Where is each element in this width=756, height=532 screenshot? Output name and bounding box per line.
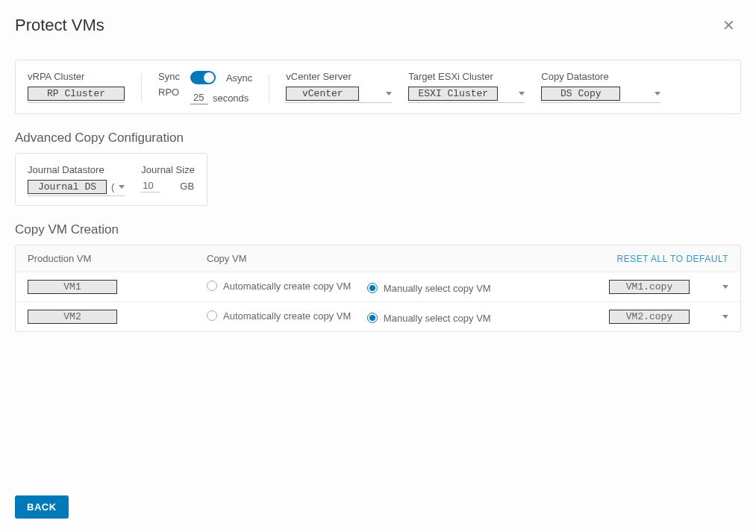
vcenter-value: vCenter: [286, 87, 359, 101]
target-cluster-select[interactable]: ESXI Cluster: [408, 87, 525, 103]
table-header: Production VM Copy VM RESET ALL TO DEFAU…: [16, 245, 740, 272]
target-cluster-label: Target ESXi Cluster: [408, 71, 525, 82]
production-vm-value: VM2: [28, 310, 117, 324]
journal-datastore-field: Journal Datastore Journal DS (: [28, 164, 125, 196]
journal-size-input[interactable]: 10: [141, 180, 160, 193]
rpo-unit: seconds: [213, 93, 249, 104]
advanced-panel: Journal Datastore Journal DS ( Journal S…: [15, 153, 207, 206]
copy-vm-select[interactable]: VM2.copy: [609, 310, 728, 324]
copy-datastore-label: Copy Datastore: [541, 71, 660, 82]
vcenter-select[interactable]: vCenter: [286, 87, 392, 103]
vrpa-cluster-value: RP Cluster: [28, 87, 125, 101]
radio-icon: [207, 310, 217, 321]
journal-size-field: Journal Size 10 GB: [141, 164, 195, 193]
copy-creation-title: Copy VM Creation: [15, 222, 741, 237]
chevron-down-icon: [722, 315, 728, 319]
journal-datastore-prefix: (: [111, 181, 114, 193]
journal-datastore-select[interactable]: Journal DS (: [28, 180, 125, 196]
journal-size-unit: GB: [180, 181, 194, 192]
header-copy-vm: Copy VM: [207, 253, 564, 264]
vcenter-field: vCenter Server vCenter: [286, 71, 392, 103]
sync-label: Sync: [158, 71, 180, 82]
divider: [141, 74, 142, 102]
journal-datastore-value: Journal DS: [28, 180, 107, 194]
rpo-group: Sync RPO Async 25 seconds: [158, 71, 252, 104]
copy-vm-value: VM1.copy: [609, 280, 690, 294]
target-cluster-field: Target ESXi Cluster ESXI Cluster: [408, 71, 525, 103]
radio-icon: [207, 281, 217, 291]
target-cluster-value: ESXI Cluster: [408, 87, 498, 101]
journal-size-label: Journal Size: [141, 164, 195, 175]
chevron-down-icon: [655, 92, 660, 96]
radio-icon: [367, 283, 378, 293]
table-row: VM2 Automatically create copy VM Manuall…: [16, 302, 740, 331]
vcenter-label: vCenter Server: [286, 71, 392, 82]
copy-vm-select[interactable]: VM1.copy: [609, 280, 728, 294]
copy-vm-value: VM2.copy: [609, 310, 690, 324]
chevron-down-icon: [119, 185, 125, 189]
divider: [269, 74, 269, 102]
rpo-value-input[interactable]: 25: [190, 92, 208, 104]
async-label: Async: [226, 72, 252, 84]
advanced-section-title: Advanced Copy Configuration: [15, 131, 741, 145]
vrpa-cluster-label: vRPA Cluster: [28, 71, 125, 82]
page-title: Protect VMs: [15, 16, 104, 35]
radio-auto-create[interactable]: Automatically create copy VM: [207, 310, 351, 322]
radio-manual-select[interactable]: Manually select copy VM: [367, 283, 491, 294]
rpo-mode-toggle[interactable]: [190, 71, 216, 84]
chevron-down-icon: [386, 92, 392, 96]
close-icon[interactable]: ✕: [716, 13, 741, 37]
back-button[interactable]: BACK: [15, 495, 69, 519]
radio-label-manual: Manually select copy VM: [384, 313, 491, 324]
vrpa-cluster-field: vRPA Cluster RP Cluster: [28, 71, 125, 103]
copy-datastore-value: DS Copy: [541, 87, 620, 101]
footer: BACK: [15, 495, 69, 519]
radio-label-auto: Automatically create copy VM: [223, 281, 351, 292]
reset-all-link[interactable]: RESET ALL TO DEFAULT: [617, 254, 728, 264]
radio-auto-create[interactable]: Automatically create copy VM: [207, 281, 351, 292]
production-vm-value: VM1: [28, 280, 117, 294]
copy-datastore-select[interactable]: DS Copy: [541, 87, 660, 103]
header-production-vm: Production VM: [28, 253, 207, 264]
table-row: VM1 Automatically create copy VM Manuall…: [16, 272, 740, 302]
copy-datastore-field: Copy Datastore DS Copy: [541, 71, 660, 103]
chevron-down-icon: [519, 92, 525, 96]
radio-label-auto: Automatically create copy VM: [223, 310, 351, 322]
vrpa-cluster-select[interactable]: RP Cluster: [28, 87, 125, 103]
radio-icon: [367, 313, 378, 323]
chevron-down-icon: [722, 285, 728, 289]
radio-label-manual: Manually select copy VM: [384, 283, 491, 294]
radio-manual-select[interactable]: Manually select copy VM: [367, 313, 491, 324]
journal-datastore-label: Journal Datastore: [28, 164, 125, 175]
copy-vm-table: Production VM Copy VM RESET ALL TO DEFAU…: [15, 245, 741, 332]
top-config-panel: vRPA Cluster RP Cluster Sync RPO Async 2…: [15, 60, 741, 114]
rpo-label: RPO: [158, 87, 180, 98]
